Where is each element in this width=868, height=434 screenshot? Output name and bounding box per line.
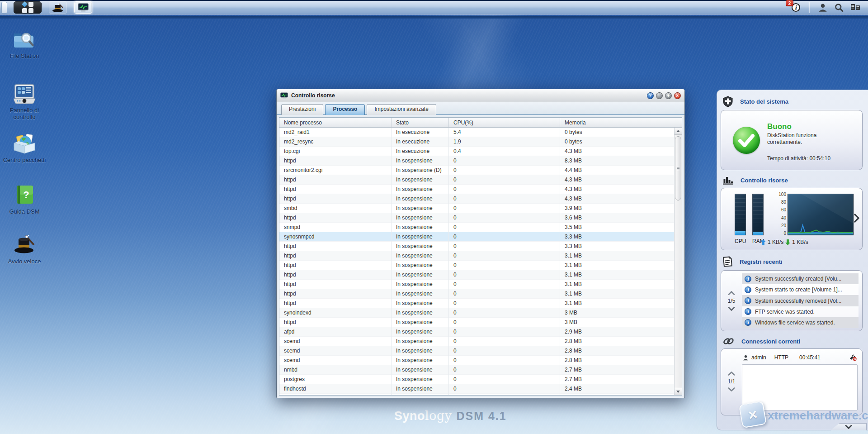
scrollbar-down-button[interactable] xyxy=(675,388,682,395)
process-cpu: 0 xyxy=(449,194,560,203)
scrollbar-thumb[interactable] xyxy=(675,136,681,200)
column-header-cpu[interactable]: CPU(%) xyxy=(449,118,560,127)
table-body: md2_raid1 In esecuzione 5.4 0 bytes md2_… xyxy=(279,128,674,395)
window-maximize-button[interactable]: + xyxy=(665,92,672,99)
shield-icon xyxy=(723,96,733,107)
process-row[interactable]: top.cgi In esecuzione 0.4 4.3 MB xyxy=(279,147,674,156)
process-row[interactable]: httpd In sospensione 0 4.3 MB xyxy=(279,175,674,185)
process-memory: 3.1 MB xyxy=(560,289,674,298)
process-name: httpd xyxy=(279,270,392,279)
process-state: In sospensione xyxy=(392,223,449,232)
process-row[interactable]: nmbd In sospensione 0 2.7 MB xyxy=(279,365,674,375)
process-state: In esecuzione xyxy=(392,128,449,137)
process-row[interactable]: httpd In sospensione 0 3.1 MB xyxy=(279,299,674,308)
process-row[interactable]: findhostd In sospensione 0 2.4 MB xyxy=(279,384,674,394)
process-row[interactable]: httpd In sospensione 0 3.1 MB xyxy=(279,270,674,280)
tab-prestazioni[interactable]: Prestazioni xyxy=(281,104,323,115)
notifications-button[interactable]: i 2 xyxy=(790,2,802,14)
process-row[interactable]: rsrcmonitor2.cgi In sospensione (D) 0 4.… xyxy=(279,166,674,175)
window-help-button[interactable]: ? xyxy=(647,92,654,99)
desktop-icon-quick-start[interactable]: Avvio veloce xyxy=(3,232,46,265)
process-row[interactable]: md2_raid1 In esecuzione 5.4 0 bytes xyxy=(279,128,674,137)
process-name: smbd xyxy=(279,204,392,213)
widget-sidebar: Stato del sistema Buono DiskStation funz… xyxy=(717,90,868,430)
logs-page-indicator: 1/5 xyxy=(728,298,736,304)
process-memory: 4.3 MB xyxy=(560,185,674,194)
process-row[interactable]: httpd In sospensione 0 3.1 MB xyxy=(279,280,674,289)
process-name: rsrcmonitor2.cgi xyxy=(279,166,392,175)
sidebar-collapse-tab[interactable] xyxy=(830,423,867,430)
log-entry-text: Windows file service was started. xyxy=(755,320,835,326)
process-row[interactable]: httpd In sospensione 0 3.6 MB xyxy=(279,213,674,223)
process-row[interactable]: httpd In sospensione 0 3.3 MB xyxy=(279,242,674,251)
desktop-icon-file-station[interactable]: File Station xyxy=(3,26,46,59)
process-row[interactable]: smbd In sospensione 0 3.9 MB xyxy=(279,204,674,213)
column-header-memory[interactable]: Memoria xyxy=(560,118,682,127)
process-cpu: 5.4 xyxy=(449,128,560,137)
process-cpu: 0 xyxy=(449,289,560,298)
process-row[interactable]: httpd In sospensione 0 3.1 MB xyxy=(279,289,674,299)
process-row[interactable]: httpd In sospensione 0 3.1 MB xyxy=(279,261,674,270)
show-desktop-button[interactable] xyxy=(1,2,7,14)
process-state: In sospensione xyxy=(392,280,449,289)
pilot-view-button[interactable] xyxy=(847,1,863,14)
process-row[interactable]: afpd In sospensione 0 2.9 MB xyxy=(279,327,674,337)
tab-processo[interactable]: Processo xyxy=(325,104,365,115)
table-scrollbar[interactable] xyxy=(674,128,682,395)
brand-product: DSM 4.1 xyxy=(456,410,506,422)
scrollbar-up-button[interactable] xyxy=(675,128,682,135)
connection-user: admin xyxy=(751,354,766,361)
connection-row[interactable]: admin HTTP 00:45:41 xyxy=(742,353,858,362)
user-menu-button[interactable] xyxy=(815,1,831,14)
process-name: snmpd xyxy=(279,223,392,232)
process-row[interactable]: scemd In sospensione 0 2.8 MB xyxy=(279,337,674,346)
connections-page-down[interactable] xyxy=(728,387,735,391)
process-row[interactable]: snmpd In sospensione 0 3.5 MB xyxy=(279,223,674,232)
log-entry[interactable]: i System successfully removed [Vol... xyxy=(742,295,859,306)
column-header-name[interactable]: Nome processo xyxy=(279,118,392,127)
desktop-icon-dsm-help[interactable]: ? Guida DSM xyxy=(3,182,46,215)
connection-user-icon xyxy=(743,355,749,361)
search-button[interactable] xyxy=(831,1,847,14)
connections-header: Connessioni correnti xyxy=(717,331,868,348)
log-entry[interactable]: i System starts to create [Volume 1]... xyxy=(742,284,859,295)
log-entry[interactable]: i System successfully created [Volu... xyxy=(742,273,859,284)
logs-page-down[interactable] xyxy=(728,307,735,311)
process-row[interactable]: scemd In sospensione 0 2.8 MB xyxy=(279,356,674,365)
process-row[interactable]: scemd In sospensione 0 2.8 MB xyxy=(279,346,674,356)
column-header-state[interactable]: Stato xyxy=(392,118,449,127)
window-close-button[interactable]: × xyxy=(674,92,681,99)
process-memory: 3.9 MB xyxy=(560,204,674,213)
process-row[interactable]: httpd In sospensione 0 4.3 MB xyxy=(279,185,674,194)
process-row[interactable]: synoindexd In sospensione 0 3 MB xyxy=(279,308,674,318)
logs-page-up[interactable] xyxy=(728,291,735,295)
process-row[interactable]: postgres In sospensione 0 2.7 MB xyxy=(279,375,674,384)
process-row[interactable]: httpd In sospensione 0 8.3 MB xyxy=(279,156,674,166)
resource-monitor-taskbar-button[interactable] xyxy=(74,1,92,14)
quick-start-taskbar-button[interactable] xyxy=(49,1,67,14)
process-name: scemd xyxy=(279,337,392,346)
window-minimize-button[interactable] xyxy=(656,92,663,99)
log-entry[interactable]: i FTP service was started. xyxy=(742,306,859,317)
process-row[interactable]: md2_resync In esecuzione 1.9 0 bytes xyxy=(279,137,674,147)
tab-impostazioni-avanzate[interactable]: Impostazioni avanzate xyxy=(367,104,436,115)
process-name: httpd xyxy=(279,299,392,308)
process-row[interactable]: httpd In sospensione 0 3 MB xyxy=(279,318,674,327)
window-title-icon xyxy=(280,92,288,99)
desktop-icon-package-center[interactable]: Centro pacchetti xyxy=(3,130,46,163)
window-titlebar[interactable]: Controllo risorse ? + × xyxy=(277,89,684,102)
file-station-icon xyxy=(3,26,46,50)
process-state: In esecuzione xyxy=(392,147,449,156)
desktop-icon-control-panel[interactable]: Pannello di controllo xyxy=(3,81,46,120)
process-row[interactable]: synosnmpcd In sospensione 0 3.3 MB xyxy=(279,232,674,242)
log-entry[interactable]: i Windows file service was started. xyxy=(742,317,859,328)
upload-arrow-icon xyxy=(761,239,766,245)
process-row[interactable]: httpd In sospensione 0 3.1 MB xyxy=(279,251,674,261)
process-row[interactable]: httpd In sospensione 0 4.3 MB xyxy=(279,194,674,204)
process-state: In esecuzione xyxy=(392,137,449,146)
connections-page-up[interactable] xyxy=(728,372,735,376)
disconnect-button[interactable] xyxy=(849,354,857,361)
main-menu-button[interactable] xyxy=(14,1,42,14)
desktop-icon-label: Guida DSM xyxy=(3,208,46,215)
open-resource-monitor-chevron[interactable] xyxy=(854,214,859,224)
